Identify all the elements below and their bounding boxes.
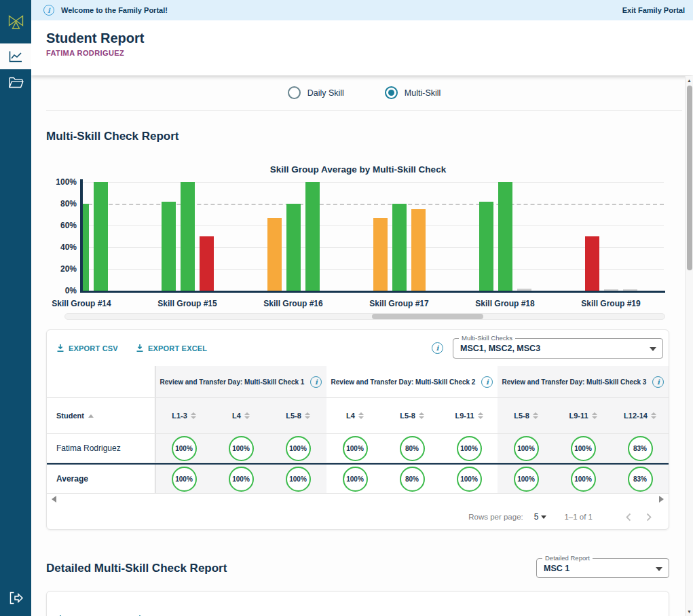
sidebar-logout-button[interactable] bbox=[0, 591, 31, 605]
geometric-butterfly-logo-icon bbox=[7, 13, 25, 31]
chart-bar bbox=[305, 182, 320, 291]
x-axis-label: Skill Group #19 bbox=[558, 299, 664, 308]
score-cell: 100% bbox=[441, 434, 498, 463]
detailed-report-card: EXPORT CSV EXPORT EXCEL bbox=[46, 591, 669, 616]
score-cell: 100% bbox=[326, 465, 383, 493]
info-icon[interactable]: i bbox=[481, 376, 493, 388]
y-axis-tick: 100% bbox=[45, 177, 77, 187]
score-cell: 100% bbox=[441, 465, 498, 493]
score-badge: 80% bbox=[400, 467, 425, 492]
export-excel-button[interactable]: EXPORT EXCEL bbox=[136, 344, 207, 352]
radio-unselected-icon[interactable] bbox=[288, 86, 301, 99]
page-vertical-scrollbar[interactable]: ▲ ▼ bbox=[685, 76, 693, 616]
x-axis-label: Skill Group #15 bbox=[134, 299, 240, 308]
x-axis-label: Skill Group #18 bbox=[452, 299, 558, 308]
chart-scrollbar-thumb[interactable] bbox=[372, 314, 483, 319]
score-badge: 100% bbox=[343, 436, 368, 461]
column-header-skill[interactable]: L12-14 bbox=[612, 398, 669, 433]
chart-horizontal-scrollbar[interactable] bbox=[64, 313, 665, 320]
skill-column-label: L12-14 bbox=[624, 412, 648, 420]
score-cell: 100% bbox=[155, 465, 212, 493]
sidebar bbox=[0, 0, 31, 616]
info-icon[interactable]: i bbox=[652, 376, 664, 388]
radio-selected-icon[interactable] bbox=[385, 86, 398, 99]
chart-bar bbox=[200, 236, 214, 291]
score-badge: 100% bbox=[286, 467, 311, 492]
column-header-student[interactable]: Student bbox=[47, 398, 155, 433]
chevron-down-icon bbox=[541, 515, 546, 519]
export-csv-button[interactable]: EXPORT CSV bbox=[56, 344, 118, 352]
group-header-label: Review and Transfer Day: Multi-Skill Che… bbox=[160, 378, 305, 386]
score-cell: 83% bbox=[612, 434, 669, 463]
export-excel-label: EXPORT EXCEL bbox=[148, 344, 207, 352]
section-heading: Multi-Skill Check Report bbox=[46, 130, 179, 143]
line-chart-icon bbox=[8, 50, 23, 63]
y-axis-tick: 80% bbox=[45, 199, 77, 209]
detailed-report-select[interactable]: Detailed Report MSC 1 bbox=[536, 558, 669, 578]
detailed-section-heading: Detailed Multi-Skill Check Report bbox=[46, 562, 227, 575]
scroll-down-icon[interactable]: ▼ bbox=[686, 609, 693, 614]
sort-icon bbox=[533, 412, 538, 419]
score-badge: 100% bbox=[514, 436, 539, 461]
score-badge: 100% bbox=[286, 436, 311, 461]
info-icon[interactable]: i bbox=[310, 376, 322, 388]
export-csv-label: EXPORT CSV bbox=[69, 344, 118, 352]
table-scroll-right-icon[interactable] bbox=[659, 496, 664, 503]
chart-bar bbox=[411, 209, 426, 291]
multi-skill-table: Review and Transfer Day: Multi-Skill Che… bbox=[47, 366, 669, 494]
info-icon[interactable]: i bbox=[432, 342, 443, 354]
y-axis-tick: 40% bbox=[45, 242, 77, 252]
score-cell: 100% bbox=[212, 434, 269, 463]
column-header-skill[interactable]: L4 bbox=[326, 398, 383, 433]
x-axis-label: Skill Group #16 bbox=[240, 299, 346, 308]
sidebar-item-reports[interactable] bbox=[0, 43, 31, 69]
score-badge: 100% bbox=[571, 467, 596, 492]
page-scrollbar-thumb[interactable] bbox=[687, 86, 692, 270]
score-cell: 100% bbox=[326, 434, 383, 463]
score-badge: 100% bbox=[457, 436, 482, 461]
column-header-skill[interactable]: L9-11 bbox=[555, 398, 612, 433]
group-header-spacer bbox=[47, 366, 155, 397]
exit-family-portal-link[interactable]: Exit Family Portal bbox=[622, 6, 685, 14]
app-logo bbox=[0, 0, 31, 43]
student-name-cell: Average bbox=[47, 465, 155, 493]
table-scroll-arrows bbox=[47, 494, 669, 505]
scroll-up-icon[interactable]: ▲ bbox=[686, 78, 693, 83]
previous-page-button[interactable] bbox=[625, 513, 631, 522]
column-header-skill[interactable]: L4 bbox=[212, 398, 269, 433]
chart-bar bbox=[267, 218, 282, 291]
multi-skill-checks-select[interactable]: Multi-Skill Checks MSC1, MSC2, MSC3 bbox=[453, 338, 663, 359]
x-axis-label: Skill Group #17 bbox=[346, 299, 452, 308]
score-badge: 100% bbox=[571, 436, 596, 461]
skill-column-label: L5-8 bbox=[514, 412, 529, 420]
score-cell: 100% bbox=[498, 434, 555, 463]
daily-skill-radio[interactable]: Daily Skill bbox=[288, 86, 344, 99]
next-page-button[interactable] bbox=[646, 513, 652, 522]
sort-icon bbox=[651, 412, 656, 419]
column-header-skill[interactable]: L5-8 bbox=[383, 398, 441, 433]
score-cell: 100% bbox=[269, 465, 326, 493]
score-cell: 80% bbox=[383, 434, 441, 463]
column-header-skill[interactable]: L1-3 bbox=[155, 398, 212, 433]
select-value: MSC1, MSC2, MSC3 bbox=[460, 344, 540, 353]
chart-bar bbox=[286, 204, 301, 291]
download-icon bbox=[136, 344, 144, 352]
rows-per-page-select[interactable]: 5 bbox=[534, 512, 547, 522]
table-row: Average100%100%100%100%80%100%100%100%83… bbox=[47, 463, 669, 494]
table-pagination: Rows per page: 5 1–1 of 1 bbox=[47, 505, 669, 529]
table-scroll-left-icon[interactable] bbox=[52, 496, 56, 503]
student-name-cell: Fatima Rodriguez bbox=[47, 434, 155, 463]
student-column-label: Student bbox=[56, 412, 84, 420]
column-header-skill[interactable]: L5-8 bbox=[498, 398, 555, 433]
column-header-skill[interactable]: L9-11 bbox=[441, 398, 498, 433]
skill-group-chart: Skill Group Average by Multi-Skill Check… bbox=[31, 159, 685, 316]
multi-skill-radio[interactable]: Multi-Skill bbox=[385, 86, 441, 99]
score-cell: 100% bbox=[555, 465, 612, 493]
chart-plot-area bbox=[81, 182, 664, 291]
y-axis-tick: 60% bbox=[45, 221, 77, 230]
pagination-range: 1–1 of 1 bbox=[564, 513, 593, 521]
column-header-skill[interactable]: L5-8 bbox=[269, 398, 326, 433]
student-name: FATIMA RODRIGUEZ bbox=[46, 49, 693, 57]
score-cell: 100% bbox=[155, 434, 212, 463]
sidebar-item-files[interactable] bbox=[0, 69, 31, 95]
